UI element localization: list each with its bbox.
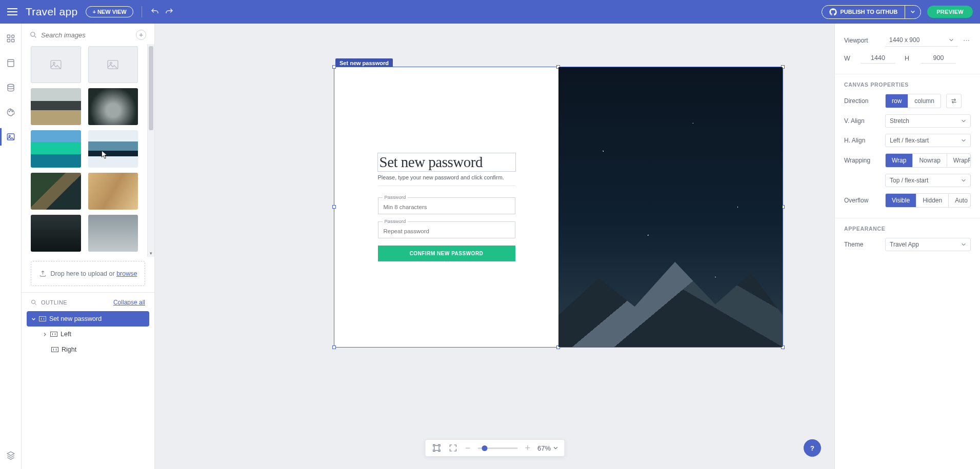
github-icon <box>829 8 837 16</box>
form-subtitle[interactable]: Please, type your new password and click… <box>378 174 515 186</box>
canvas-left-half[interactable]: Set new password Please, type your new p… <box>334 67 558 347</box>
password-input-1[interactable] <box>384 204 510 210</box>
collapse-all-link[interactable]: Collapse all <box>113 299 145 306</box>
zoom-slider[interactable] <box>477 447 517 449</box>
separator <box>142 6 142 17</box>
layout-icon <box>39 316 46 321</box>
image-thumbnail[interactable] <box>88 130 138 167</box>
image-thumbnail[interactable] <box>88 88 138 125</box>
undo-icon[interactable] <box>150 7 159 16</box>
browse-link[interactable]: browse <box>116 270 137 277</box>
zoom-percent-dropdown[interactable]: 67% <box>537 444 558 452</box>
halign-label: H. Align <box>844 137 880 144</box>
publish-button[interactable]: PUBLISH TO GITHUB <box>822 6 905 18</box>
palette-icon[interactable] <box>5 107 16 118</box>
add-image-button[interactable]: + <box>136 30 146 40</box>
swap-icon[interactable] <box>946 94 962 108</box>
image-scrollbar[interactable]: ▾ <box>147 44 154 257</box>
zoom-percent: 67% <box>537 444 551 452</box>
direction-column-button[interactable]: column <box>908 94 941 108</box>
outline-item-left[interactable]: Left <box>22 327 154 342</box>
menu-icon[interactable] <box>7 8 17 15</box>
password-input-2[interactable] <box>384 228 510 234</box>
image-thumbnail[interactable] <box>31 46 81 83</box>
help-button[interactable]: ? <box>804 439 821 457</box>
widgets-icon[interactable] <box>5 33 16 44</box>
wrap-button[interactable]: Wrap <box>886 154 913 167</box>
wrapping-label: Wrapping <box>844 157 880 164</box>
wrap-align-select[interactable]: Top / flex-start <box>885 174 971 187</box>
mountain-image <box>558 241 783 347</box>
more-icon[interactable]: ⋯ <box>963 36 971 44</box>
image-thumbnail[interactable] <box>88 173 138 210</box>
viewport-select[interactable]: 1440 x 900 <box>885 34 958 47</box>
direction-row-button[interactable]: row <box>886 94 908 108</box>
svg-point-15 <box>110 63 112 65</box>
halign-value: Left / flex-start <box>890 137 929 144</box>
password-field-1[interactable]: Password <box>378 197 515 214</box>
overflow-auto-button[interactable]: Auto <box>949 194 971 207</box>
height-input[interactable] <box>921 53 956 64</box>
halign-select[interactable]: Left / flex-start <box>885 134 971 147</box>
svg-point-16 <box>32 300 35 304</box>
image-thumbnail[interactable] <box>31 215 81 252</box>
search-input[interactable] <box>41 31 132 39</box>
theme-select[interactable]: Travel App <box>885 238 971 251</box>
resize-handle[interactable] <box>332 65 336 69</box>
confirm-button[interactable]: CONFIRM NEW PASSWORD <box>378 246 515 261</box>
layers-icon[interactable] <box>5 450 16 461</box>
image-thumbnail[interactable] <box>31 173 81 210</box>
svg-rect-0 <box>7 35 10 37</box>
zoom-out-button[interactable]: − <box>464 443 472 453</box>
form-title[interactable]: Set new password <box>378 153 515 171</box>
image-thumbnail[interactable] <box>31 88 81 125</box>
zoom-bar: − + 67% <box>425 439 565 457</box>
data-icon[interactable] <box>5 82 16 93</box>
svg-point-13 <box>53 63 55 65</box>
layout-icon <box>50 332 57 337</box>
preview-button[interactable]: PREVIEW <box>927 6 973 18</box>
publish-dropdown[interactable] <box>905 6 921 18</box>
image-thumbnail[interactable] <box>31 130 81 167</box>
valign-value: Stretch <box>890 117 909 125</box>
resize-handle[interactable] <box>332 345 336 349</box>
artboard[interactable]: Set new password Please, type your new p… <box>334 67 783 348</box>
overflow-visible-button[interactable]: Visible <box>886 194 916 207</box>
pages-icon[interactable] <box>5 57 16 69</box>
outline-item-label: Right <box>62 346 76 353</box>
svg-point-11 <box>31 32 35 36</box>
password-field-2[interactable]: Password <box>378 221 515 238</box>
new-view-button[interactable]: + NEW VIEW <box>86 6 133 17</box>
images-icon[interactable] <box>5 131 16 142</box>
theme-value: Travel App <box>890 241 919 248</box>
outline-item-root[interactable]: Set new password <box>27 311 149 327</box>
svg-rect-4 <box>8 59 14 67</box>
outline-item-right[interactable]: Right <box>22 342 154 357</box>
dropzone[interactable]: Drop here to upload or browse <box>31 261 145 286</box>
resize-handle[interactable] <box>332 205 336 209</box>
field-label: Password <box>383 218 408 224</box>
valign-select[interactable]: Stretch <box>885 114 971 128</box>
nowrap-button[interactable]: Nowrap <box>913 154 947 167</box>
svg-point-6 <box>9 111 10 112</box>
viewport-label: Viewport <box>844 37 880 44</box>
svg-rect-3 <box>11 39 14 42</box>
h-label: H <box>905 55 912 62</box>
fit-icon[interactable] <box>431 443 442 453</box>
fullscreen-icon[interactable] <box>448 443 458 453</box>
redo-icon[interactable] <box>165 7 174 16</box>
image-thumbnail[interactable] <box>88 215 138 252</box>
overflow-label: Overflow <box>844 197 880 204</box>
canvas-right-half[interactable] <box>558 67 783 347</box>
dropzone-text: Drop here to upload or <box>51 270 117 277</box>
search-icon <box>30 31 37 38</box>
image-thumbnail[interactable] <box>88 46 138 83</box>
wrapreverse-button[interactable]: WrapRe... <box>947 154 971 167</box>
outline-item-label: Left <box>61 331 71 338</box>
width-input[interactable] <box>861 53 895 64</box>
section-canvas-properties: CANVAS PROPERTIES <box>835 74 980 91</box>
layout-icon <box>51 347 58 352</box>
overflow-hidden-button[interactable]: Hidden <box>916 194 949 207</box>
outline-label: OUTLINE <box>41 299 67 305</box>
zoom-in-button[interactable]: + <box>524 443 531 453</box>
